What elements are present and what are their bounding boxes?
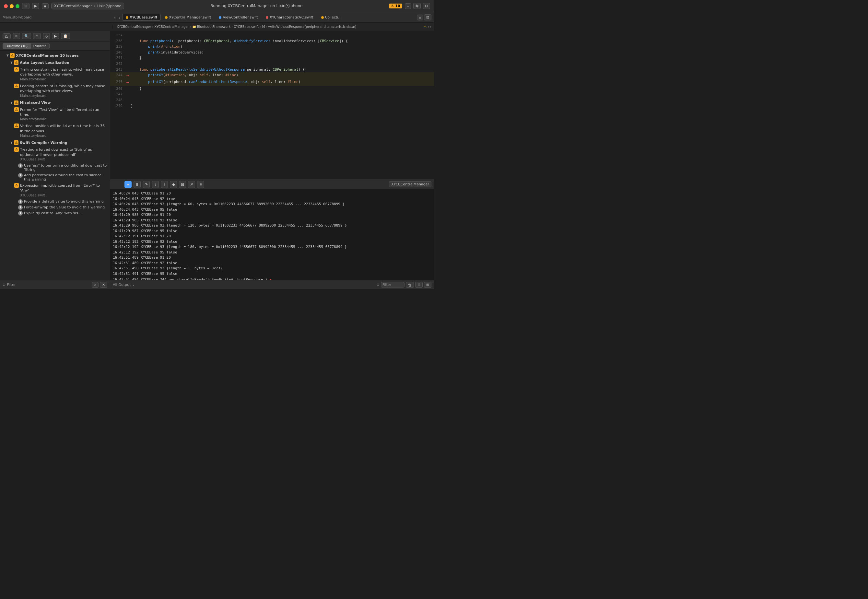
- output-selector[interactable]: All Output ⌄: [113, 283, 135, 287]
- folder-icon-btn[interactable]: 🗂: [3, 33, 11, 39]
- titlebar: ⊞ ▶ ■ XYCBCentralManager › Lixin的iphone …: [0, 0, 434, 12]
- minimize-button[interactable]: [10, 4, 14, 8]
- buildtime-button[interactable]: Buildtime (10): [3, 43, 30, 49]
- close-button[interactable]: [4, 4, 8, 8]
- scheme-display[interactable]: XYCBCentralManager: [389, 181, 432, 187]
- tab-collecti[interactable]: Collecti...: [317, 14, 345, 21]
- subissue-add-parens[interactable]: i Add parentheses around the cast to sil…: [0, 172, 110, 182]
- tab-viewcontroller[interactable]: ViewController.swift: [215, 14, 261, 21]
- debug-memory-btn[interactable]: ⊟: [179, 181, 186, 188]
- subissue-use-as[interactable]: i Use 'as?' to perform a conditional dow…: [0, 163, 110, 172]
- step-out-btn[interactable]: ↑: [161, 181, 168, 188]
- issue-text: Frame for "Text View" will be different …: [20, 107, 107, 117]
- subissue-text: Provide a default value to avoid this wa…: [24, 199, 104, 203]
- search-icon-btn[interactable]: 🔍: [22, 33, 31, 39]
- path-seg-5[interactable]: M: [262, 25, 265, 29]
- navigator-toggle-button[interactable]: ⊞: [22, 3, 30, 9]
- step-over-btn[interactable]: ↷: [143, 181, 150, 188]
- add-tab-button[interactable]: +: [405, 3, 411, 9]
- tab-xycbbase[interactable]: XYCBBase.swift: [122, 14, 161, 21]
- issue-implicit-coerce[interactable]: ⚠ Expression implicitly coerced from 'Er…: [0, 182, 110, 199]
- triangle-icon: ▼: [6, 54, 9, 57]
- maximize-button[interactable]: [15, 4, 20, 8]
- subissue-default-value[interactable]: i Provide a default value to avoid this …: [0, 199, 110, 205]
- subissue-cast-any[interactable]: i Explicitly cast to 'Any' with 'as...: [0, 210, 110, 216]
- code-editor[interactable]: 237 238 func peripheral(_ peripheral: CB…: [110, 31, 434, 179]
- issue-nav-toolbar: 🗂 ✕ 🔍 ⚠ ◇ ▶ 📋: [0, 31, 110, 42]
- console-line-7: 16:41:29.986 XYCBBase 93 {length = 120, …: [113, 223, 432, 229]
- issue-trailing-constraint[interactable]: ⚠ Trailing constraint is missing, which …: [0, 66, 110, 83]
- path-seg-3[interactable]: 📁: [192, 25, 196, 29]
- file-ref: XYCBBase.swift: [20, 193, 107, 198]
- breakpoints-btn[interactable]: ◆: [170, 181, 177, 188]
- tab-dot: [219, 16, 221, 19]
- filter-label[interactable]: Filter: [381, 282, 405, 287]
- storyboard-label: Main.storyboard: [3, 15, 32, 20]
- warn-icon: ⚠: [14, 147, 19, 152]
- diamond-btn[interactable]: ◇: [43, 33, 50, 39]
- layout-toggle-button[interactable]: ⊡: [423, 3, 430, 9]
- path-seg-6[interactable]: writeWithoutResponse(peripheral:characte…: [268, 25, 356, 29]
- filter-options-button[interactable]: ○: [92, 282, 99, 288]
- code-line-243: 243 func peripheralIsReady(toSendWriteWi…: [110, 67, 434, 72]
- warning-filter-btn[interactable]: ⚠: [33, 33, 41, 39]
- split-editor-button[interactable]: ⇆: [413, 3, 421, 9]
- issue-forced-downcast[interactable]: ⚠ Treating a forced downcast to 'String'…: [0, 146, 110, 163]
- issue-text: Expression implicitly coerced from 'Erro…: [20, 183, 107, 193]
- code-line-242: 242: [110, 61, 434, 67]
- issue-leading-constraint[interactable]: ⚠ Leading constraint is missing, which m…: [0, 83, 110, 99]
- console-line-1: 16:40:24.043 XYCBBase 91 20: [113, 191, 432, 196]
- root-group-header[interactable]: ▼ ⚠ XYCBCentralManager 10 issues: [0, 52, 110, 59]
- subissue-force-unwrap[interactable]: i Force-unwrap the value to avoid this w…: [0, 205, 110, 210]
- issues-icon-btn[interactable]: ✕: [13, 33, 20, 39]
- auto-layout-label: Auto Layout Localization: [20, 61, 69, 65]
- tab-label: XYCentralManager.swift: [169, 15, 211, 20]
- info-icon: i: [18, 211, 23, 215]
- pause-btn[interactable]: ⏸: [134, 181, 141, 188]
- file-ref: Main.storyboard: [20, 117, 107, 122]
- simulate-btn[interactable]: ↗: [188, 181, 195, 188]
- project-name: XYCBCentralManager: [54, 4, 92, 8]
- filter-clear-button[interactable]: ✕: [100, 281, 107, 288]
- info-icon: i: [18, 199, 23, 204]
- console-output[interactable]: 16:40:24.043 XYCBBase 91 20 16:40:24.043…: [110, 190, 434, 280]
- code-line-240: 240 print(invalidatedServices): [110, 50, 434, 56]
- scheme-breadcrumb[interactable]: XYCBCentralManager › Lixin的iphone: [51, 3, 125, 9]
- path-seg-1[interactable]: XYCBCentralManager: [117, 25, 151, 29]
- tab-xycentralmanager[interactable]: XYCentralManager.swift: [161, 14, 215, 21]
- run-filter-btn[interactable]: ▶: [52, 33, 59, 39]
- stop-button[interactable]: ■: [42, 3, 49, 9]
- console-expand-button[interactable]: ⊞: [424, 281, 432, 288]
- editor-mode-list[interactable]: ≡: [417, 15, 423, 20]
- info-icon: i: [18, 163, 23, 168]
- source-btn[interactable]: 📋: [61, 33, 70, 39]
- path-seg-3-label[interactable]: BluetoothFramework: [197, 25, 231, 29]
- play-button[interactable]: ▶: [32, 3, 39, 9]
- warning-count-badge[interactable]: ⚠ 10: [389, 4, 402, 8]
- code-line-241: 241 }: [110, 55, 434, 61]
- console-split-button[interactable]: ⊟: [415, 281, 423, 288]
- console-bottom-bar: All Output ⌄ ⊙ Filter 🗑 ⊟ ⊞: [110, 280, 434, 289]
- traffic-lights: [4, 4, 20, 8]
- path-seg-4[interactable]: XYCBBase.swift: [234, 25, 259, 29]
- runtime-button[interactable]: Runtime: [30, 43, 50, 49]
- console-line-5: 16:41:29.985 XYCBBase 91 20: [113, 212, 432, 218]
- path-seg-2[interactable]: XYCBCentralManager: [154, 25, 189, 29]
- tab-characteristicvc[interactable]: XYCharacteristicVC.swift: [262, 14, 317, 21]
- issue-textview-frame[interactable]: ⚠ Frame for "Text View" will be differen…: [0, 106, 110, 123]
- step-into-btn[interactable]: ↓: [152, 181, 159, 188]
- misplaced-view-group[interactable]: ▼ ⚠ Misplaced View: [0, 99, 110, 106]
- swift-compiler-warning-group[interactable]: ▼ ⚠ Swift Compiler Warning: [0, 139, 110, 146]
- issue-text: Vertical position will be 44 at run time…: [20, 123, 107, 134]
- tab-nav-left[interactable]: ‹: [113, 14, 117, 21]
- issue-filter-bar: ⊙ Filter ○ ✕: [0, 280, 110, 289]
- tab-nav-right[interactable]: ›: [118, 14, 122, 21]
- console-line-4: 16:40:24.043 XYCBBase 95 false: [113, 207, 432, 213]
- activate-debugger-btn[interactable]: ●: [125, 181, 132, 188]
- console-clear-button[interactable]: 🗑: [406, 282, 414, 288]
- issue-vertical-position[interactable]: ⚠ Vertical position will be 44 at run ti…: [0, 122, 110, 139]
- auto-layout-group[interactable]: ▼ ⚠ Auto Layout Localization: [0, 59, 110, 66]
- env-btn[interactable]: ≡: [197, 181, 204, 188]
- editor-mode-split[interactable]: ⊡: [424, 14, 432, 20]
- issue-list: ▼ ⚠ XYCBCentralManager 10 issues ▼ ⚠ Aut…: [0, 51, 110, 280]
